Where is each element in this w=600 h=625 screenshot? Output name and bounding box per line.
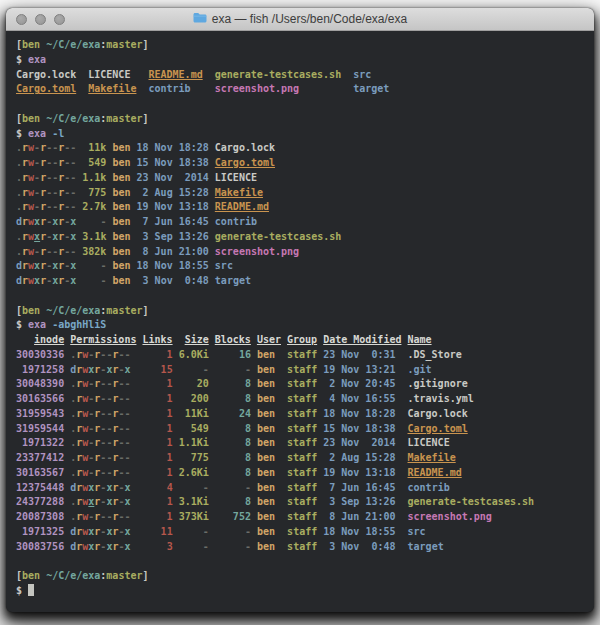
text-run: 1	[143, 437, 173, 448]
terminal-line: 1971258 drwxr-xr-x 15 - - ben staff 19 N…	[16, 363, 594, 378]
text-run: ben	[112, 231, 130, 242]
text-run: -	[179, 526, 209, 537]
terminal-line: .rw-r--r-- 2.7k ben 19 Nov 13:18 README.…	[16, 200, 594, 215]
terminal-output[interactable]: [ben ~/C/e/exa:master]$ exaCargo.lock LI…	[6, 31, 594, 599]
text-run: 15 Nov 18:38	[137, 157, 209, 168]
text-run: ben	[112, 246, 130, 257]
terminal-line: .rw-r--r-- 549 ben 15 Nov 18:38 Cargo.to…	[16, 156, 594, 171]
text-run: Cargo.toml	[215, 157, 275, 168]
text-run: staff	[287, 349, 317, 360]
text-run: --	[46, 246, 58, 257]
close-button[interactable]	[16, 14, 27, 25]
text-run: $	[16, 319, 28, 330]
text-run	[130, 467, 142, 478]
text-run: screenshot.png	[215, 246, 299, 257]
text-run	[396, 496, 408, 507]
terminal-line: drwxr-xr-x - ben 7 Jun 16:45 contrib	[16, 215, 594, 230]
zoom-button[interactable]	[54, 14, 65, 25]
text-run: 19 Nov 13:21	[323, 364, 395, 375]
text-run: 8	[215, 393, 251, 404]
text-run: generate-testcases.sh	[215, 231, 341, 242]
text-run: ben	[112, 157, 130, 168]
text-run: ben	[112, 142, 130, 153]
text-run: staff	[287, 541, 317, 552]
terminal-line: 30048390 .rw-r--r-- 1 20 8 ben staff 2 N…	[16, 377, 594, 392]
terminal-line: .rw-r--r-- 775 ben 2 Aug 15:28 Makefile	[16, 186, 594, 201]
text-run: 24	[215, 408, 251, 419]
text-run: 1971258	[16, 364, 64, 375]
title-bar[interactable]: exa — fish /Users/ben/Code/exa/exa	[6, 8, 594, 31]
text-run: --	[46, 157, 58, 168]
text-run: --	[118, 349, 130, 360]
text-run: 775	[82, 187, 106, 198]
text-run: ben	[257, 408, 275, 419]
text-run: staff	[287, 452, 317, 463]
minimize-button[interactable]	[35, 14, 46, 25]
text-run: staff	[287, 467, 317, 478]
text-run: 373Ki	[179, 511, 209, 522]
text-run: 4 Nov 16:55	[323, 393, 395, 404]
text-run	[341, 69, 353, 80]
text-run: ben	[112, 216, 130, 227]
text-run	[130, 378, 142, 389]
text-run: 8	[215, 423, 251, 434]
text-run: staff	[287, 437, 317, 448]
text-run: User	[257, 334, 281, 345]
text-run	[130, 349, 142, 360]
text-run: 1	[143, 423, 173, 434]
terminal-line: 1971322 .rw-r--r-- 1 1.1Ki 8 ben staff 2…	[16, 436, 594, 451]
text-run: Date Modified	[323, 334, 401, 345]
text-run: ben	[257, 349, 275, 360]
text-run: 3 Nov 0:48	[137, 275, 209, 286]
terminal-line: .rwxr-xr-x 3.1k ben 3 Sep 13:26 generate…	[16, 230, 594, 245]
text-run: 3 Nov 0:48	[323, 541, 395, 552]
text-run	[136, 83, 148, 94]
text-run: 8	[215, 467, 251, 478]
text-run: --	[100, 349, 112, 360]
text-run: 19 Nov 13:18	[323, 467, 395, 478]
text-run: LICENCE	[215, 172, 257, 183]
text-run	[395, 467, 407, 478]
text-run: staff	[287, 496, 317, 507]
text-run: -	[179, 541, 209, 552]
text-run: ben	[257, 378, 275, 389]
text-run: 2 Nov 20:45	[323, 378, 395, 389]
terminal-line: [ben ~/C/e/exa:master]	[16, 569, 594, 584]
text-run: ben	[257, 364, 275, 375]
text-run: ben	[22, 305, 40, 316]
terminal-line: $	[16, 584, 594, 599]
terminal-line: 23377412 .rw-r--r-- 1 775 8 ben staff 2 …	[16, 451, 594, 466]
text-run: Blocks	[215, 334, 251, 345]
text-run	[396, 364, 408, 375]
text-run: --	[100, 437, 112, 448]
text-run: 30030336	[16, 349, 64, 360]
text-run: 11	[143, 526, 173, 537]
terminal-line: drwxr-xr-x - ben 18 Nov 18:55 src	[16, 259, 594, 274]
text-run: $	[16, 585, 28, 596]
text-run: --	[100, 452, 112, 463]
window-title: exa — fish /Users/ben/Code/exa/exa	[6, 8, 594, 30]
terminal-line: Cargo.lock LICENCE README.md generate-te…	[16, 68, 594, 83]
text-run: .git	[408, 364, 432, 375]
terminal-line: inode Permissions Links Size Blocks User…	[16, 333, 594, 348]
text-run: 382k	[82, 246, 106, 257]
text-run	[395, 511, 407, 522]
terminal-line: $ exa	[16, 53, 594, 68]
text-run	[76, 69, 88, 80]
text-run: 16	[215, 349, 251, 360]
text-run: LICENCE	[88, 69, 130, 80]
folder-icon	[193, 12, 207, 26]
text-run: target	[215, 275, 251, 286]
text-run	[130, 408, 142, 419]
terminal-line: .rw-r--r-- 11k ben 18 Nov 18:28 Cargo.lo…	[16, 141, 594, 156]
text-run: ben	[257, 423, 275, 434]
text-run: --	[100, 408, 112, 419]
text-run: master	[106, 113, 142, 124]
text-run: --	[118, 467, 130, 478]
text-run	[131, 541, 143, 552]
text-run: staff	[287, 408, 317, 419]
text-run: 3 Sep 13:26	[137, 231, 209, 242]
text-run	[191, 83, 215, 94]
text-run: --	[118, 511, 130, 522]
text-run: inode	[34, 334, 64, 345]
